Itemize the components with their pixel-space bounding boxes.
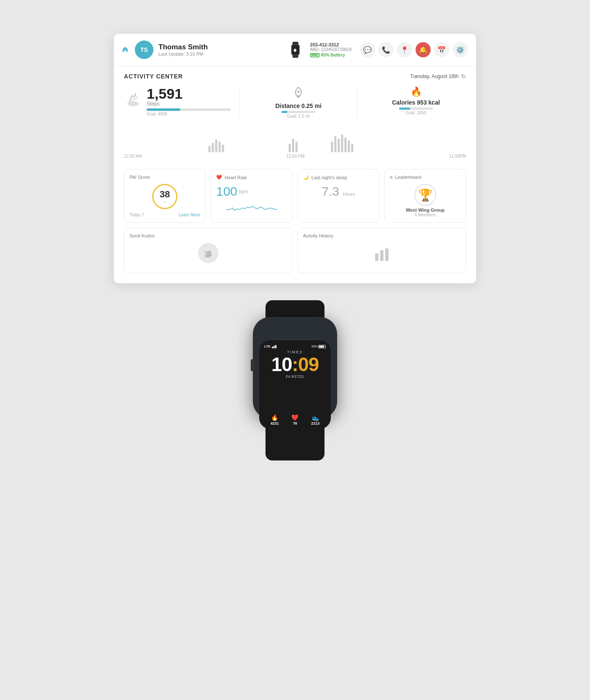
svg-rect-25: [380, 250, 384, 261]
watch-band-bottom: [266, 427, 324, 460]
sleep-content: 7.3 Hours: [303, 184, 374, 199]
activity-header: ACTIVITY CENTER Tuesday, August 18th ↻: [124, 73, 466, 80]
pai-value: 38: [160, 189, 170, 200]
svg-text:⌚: ⌚: [293, 48, 297, 52]
watch-heart-value: 76: [291, 421, 298, 425]
pai-learn-more[interactable]: Learn More: [179, 213, 200, 217]
calendar-button[interactable]: 📅: [434, 42, 449, 57]
svg-rect-11: [219, 142, 221, 152]
stat-distance: Distance 0.25 mi Goal: 1.5 mi: [248, 86, 349, 118]
watch-container: LTE 99% TIMEX: [240, 300, 350, 460]
watch-time: 10:09: [264, 354, 326, 374]
history-icon: [373, 245, 391, 266]
sleep-unit: Hours: [343, 191, 355, 197]
watch-stat-calories: 🔥 4231: [271, 414, 279, 425]
svg-rect-20: [344, 137, 346, 152]
phone-button[interactable]: 📞: [378, 42, 394, 57]
distance-goal: Goal: 1.5 mi: [248, 114, 349, 118]
watch-battery: 99%: [311, 345, 326, 348]
svg-rect-15: [295, 142, 298, 152]
pai-content: 38 ~ Today 7 Learn More: [129, 184, 200, 217]
settings-button[interactable]: ⚙️: [453, 42, 468, 57]
history-content: [303, 242, 461, 268]
pai-circle: 38 ~: [152, 184, 177, 209]
widget-heart-rate: ❤️ Heart Rate 100 bpm: [211, 169, 292, 223]
watch-section: LTE 99% TIMEX: [240, 300, 350, 460]
svg-rect-16: [331, 142, 333, 152]
svg-rect-10: [215, 140, 217, 152]
widget-leaderboard: ≡ Leaderboard 🏆 West Wing Group 6 Member…: [384, 169, 466, 223]
pai-today: Today 7: [129, 213, 144, 217]
widget-activity-history[interactable]: Activity History: [298, 228, 466, 273]
user-update: Last Update: 3:10 PM: [158, 51, 281, 57]
steps-data: 1,591 Steps Goal: 4000: [147, 86, 231, 116]
heart-rate-title: ❤️ Heart Rate: [216, 175, 287, 180]
stats-row: 1,591 Steps Goal: 4000: [124, 86, 466, 118]
leaderboard-group: West Wing Group: [406, 207, 445, 213]
heart-rate-unit: bpm: [239, 189, 248, 194]
widget-grid-bottom: Send Kudos Activity History: [114, 228, 476, 273]
svg-rect-19: [341, 135, 343, 152]
leaderboard-icon: 🏆: [414, 184, 436, 206]
header-icons: 💬 📞 📍 🔔 📅 ⚙️: [360, 42, 468, 57]
watch-thumbnail: ⌚: [289, 42, 302, 58]
watch-minute: 09: [298, 353, 319, 375]
message-button[interactable]: 💬: [360, 42, 375, 57]
location-button[interactable]: 📍: [397, 42, 412, 57]
steps-goal: Goal: 4000: [147, 112, 231, 116]
stat-steps: 1,591 Steps Goal: 4000: [124, 86, 231, 116]
kudos-icon: [197, 242, 219, 268]
distance-value: Distance 0.25 mi: [248, 102, 349, 109]
stat-calories: 🔥 Calories 953 kcal Goal: 2850: [366, 86, 466, 115]
lte-indicator: LTE: [264, 345, 271, 348]
activity-date: Tuesday, August 18th ↻: [410, 73, 466, 80]
watch-stats: 🔥 4231 ❤️ 76 👟 2213: [264, 414, 326, 425]
svg-rect-18: [338, 139, 340, 152]
watch-date: Fri 9/17/21: [264, 374, 326, 379]
svg-point-4: [127, 101, 139, 106]
watch-hour: 10: [271, 353, 292, 375]
leaderboard-content: 🏆 West Wing Group 6 Members: [390, 184, 461, 217]
steps-value: 1,591: [147, 86, 231, 101]
svg-rect-8: [208, 146, 210, 152]
chart-time-start: 12:00 AM: [124, 154, 142, 159]
watch-steps-icon: 👟: [311, 414, 319, 421]
pai-tilde: ~: [164, 200, 166, 205]
activity-section: ACTIVITY CENTER Tuesday, August 18th ↻ 1…: [114, 66, 476, 169]
home-icon[interactable]: [122, 46, 128, 54]
calories-value: Calories 953 kcal: [366, 99, 466, 106]
chart-times: 12:00 AM 12:00 PM 11:59PM: [124, 154, 466, 159]
svg-rect-13: [289, 144, 291, 152]
widget-grid-top: PAI Score 38 ~ Today 7 Learn More ❤️ Hea…: [114, 169, 476, 223]
calories-goal: Goal: 2850: [366, 110, 466, 115]
widget-pai: PAI Score 38 ~ Today 7 Learn More: [124, 169, 206, 223]
watch-screen: LTE 99% TIMEX: [259, 340, 331, 429]
refresh-icon[interactable]: ↻: [461, 73, 466, 80]
watch-steps-value: 2213: [311, 421, 319, 425]
steps-icon: [124, 90, 142, 113]
steps-label: Steps: [147, 101, 231, 107]
widget-sleep: 🌙 Last night's sleep 7.3 Hours: [298, 169, 379, 223]
watch-button: [251, 359, 254, 371]
header: TS Thomas Smith Last Update: 3:10 PM ⌚ 2…: [114, 34, 476, 66]
sleep-value: 7.3: [322, 184, 339, 198]
heart-rate-content: 100 bpm: [216, 184, 287, 217]
pai-title: PAI Score: [129, 175, 200, 180]
leaderboard-members: 6 Members: [415, 213, 436, 217]
chart-time-mid: 12:00 PM: [287, 154, 305, 159]
pai-footer: Today 7 Learn More: [129, 213, 200, 217]
signal-bars: [272, 345, 276, 348]
alert-button[interactable]: 🔔: [416, 42, 431, 57]
svg-rect-12: [222, 145, 224, 152]
battery-icon: [310, 53, 319, 57]
watch-heart-icon: ❤️: [291, 414, 298, 421]
watch-stat-steps: 👟 2213: [311, 414, 319, 425]
calories-icon: 🔥: [366, 86, 466, 97]
user-name: Thomas Smith: [158, 43, 281, 51]
activity-chart: 12:00 AM 12:00 PM 11:59PM: [124, 127, 466, 161]
battery-text: 85% Battery: [321, 53, 345, 57]
watch-calories-icon: 🔥: [271, 414, 279, 421]
device-phone: 203-412-3312: [310, 42, 351, 47]
sleep-title: 🌙 Last night's sleep: [303, 175, 374, 180]
widget-kudos[interactable]: Send Kudos: [124, 228, 292, 273]
